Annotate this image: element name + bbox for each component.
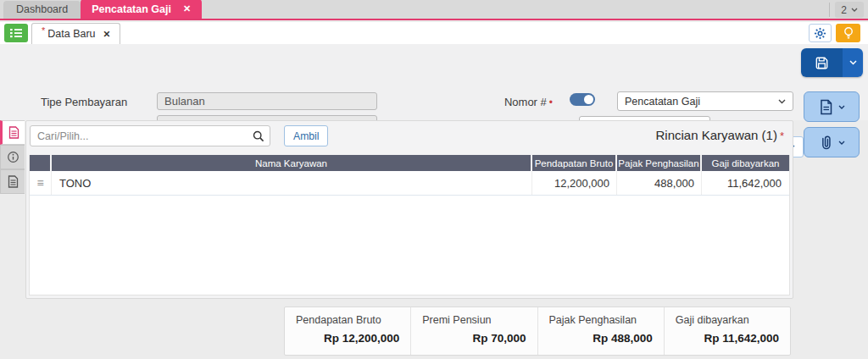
print-document-button[interactable] [804,91,860,122]
gear-icon [814,27,826,40]
document-icon [819,99,833,115]
chevron-down-icon [778,99,786,104]
nomor-auto-toggle[interactable] [570,93,595,106]
paperclip-icon [818,134,833,151]
summary-pajak-penghasilan: Pajak Penghasilan Rp 488,000 [537,307,664,355]
rincian-karyawan-panel: Ambil Rincian Karyawan (1)* Nama Karyawa… [25,120,793,299]
side-tab-jurnal[interactable] [0,169,25,194]
close-icon[interactable]: ✕ [183,3,191,14]
summary-label: Pendapatan Bruto [296,314,399,326]
required-dot: • [549,97,553,108]
save-split-button[interactable] [801,48,863,77]
header-handle [30,155,52,171]
nomor-template-value: Pencatatan Gaji [625,96,778,108]
cell-nama-karyawan[interactable]: TONO [52,171,532,195]
side-tab-rincian[interactable] [0,120,25,145]
search-icon[interactable] [253,130,264,142]
journal-icon [8,175,19,188]
settings-button[interactable] [809,24,832,42]
tab-pencatatan-gaji[interactable]: Pencatatan Gaji ✕ [81,0,202,19]
employee-table: Nama Karyawan Pendapatan Bruto Pajak Pen… [29,155,790,295]
toggle-knob [584,95,593,104]
divider [829,3,830,17]
ambil-button[interactable]: Ambil [284,125,328,146]
employee-search-input[interactable] [31,126,249,146]
chevron-down-icon [838,105,845,109]
attachment-button[interactable] [804,127,860,157]
doc-tab-label: Data Baru [47,28,95,40]
table-header-row: Nama Karyawan Pendapatan Bruto Pajak Pen… [30,155,789,171]
header-pendapatan-bruto[interactable]: Pendapatan Bruto [532,155,617,171]
document-icon [8,126,19,139]
summary-gaji-dibayarkan: Gaji dibayarkan Rp 11,642,000 [664,307,790,355]
summary-premi-pensiun: Premi Pensiun Rp 70,000 [410,307,537,355]
label-nomor: Nomor #• [449,96,553,108]
summary-label: Gaji dibayarkan [676,314,779,326]
chevron-down-icon [849,60,857,65]
tab-count-dropdown[interactable]: 2 [835,2,864,18]
tab-pencatatan-gaji-label: Pencatatan Gaji [92,3,171,15]
doc-tab-data-baru[interactable]: * Data Baru ✕ [31,23,120,44]
header-form: Tipe Pembayaran Bulanan Cabang JAKARTA B… [0,44,868,120]
header-nama-karyawan[interactable]: Nama Karyawan [52,155,532,171]
cell-pendapatan-bruto[interactable]: 12,200,000 [532,171,617,195]
input-tipe-pembayaran: Bulanan [157,92,377,110]
chevron-down-icon [851,8,858,12]
summary-value: Rp 12,200,000 [296,332,399,345]
header-gaji-dibayarkan[interactable]: Gaji dibayarkan [702,155,789,171]
menu-list-button[interactable] [4,24,28,42]
window-tab-bar: Dashboard Pencatatan Gaji ✕ 2 [0,0,868,20]
summary-value: Rp 488,000 [549,332,653,345]
info-icon [7,151,19,163]
tab-bar-right: 2 [829,2,864,18]
list-icon [9,27,23,39]
employee-search-box [30,125,270,146]
unsaved-marker: * [42,25,45,36]
save-button[interactable] [801,48,843,77]
tab-dashboard[interactable]: Dashboard [3,1,81,19]
cell-gaji-dibayarkan[interactable]: 11,642,000 [702,171,789,195]
summary-pendapatan-bruto: Pendapatan Bruto Rp 12,200,000 [285,307,410,355]
chevron-down-icon [838,141,845,145]
tab-count-value: 2 [841,4,847,16]
summary-label: Pajak Penghasilan [549,314,653,326]
label-nomor-text: Nomor # [504,96,547,108]
lightbulb-icon [843,26,854,40]
cell-pajak-penghasilan[interactable]: 488,000 [617,171,702,195]
summary-label: Premi Pensiun [422,314,526,326]
save-options-button[interactable] [843,48,863,77]
section-heading: Rincian Karyawan (1)* [656,128,784,142]
summary-value: Rp 11,642,000 [676,332,779,345]
section-heading-text: Rincian Karyawan (1) [656,128,777,142]
table-row[interactable]: ≡ TONO 12,200,000 488,000 11,642,000 [30,171,789,196]
close-icon[interactable]: ✕ [103,29,111,39]
required-asterisk: * [780,130,784,142]
summary-value: Rp 70,000 [422,332,526,345]
header-pajak-penghasilan[interactable]: Pajak Penghasilan [617,155,702,171]
totals-summary-bar: Pendapatan Bruto Rp 12,200,000 Premi Pen… [284,307,791,356]
drag-handle-icon[interactable]: ≡ [36,176,43,190]
tips-button[interactable] [836,24,860,42]
side-tab-info[interactable] [0,145,25,169]
save-icon [814,55,830,71]
nomor-template-select[interactable]: Pencatatan Gaji [617,91,793,111]
document-toolbar: * Data Baru ✕ [0,22,868,44]
label-tipe-pembayaran: Tipe Pembayaran [41,96,127,108]
